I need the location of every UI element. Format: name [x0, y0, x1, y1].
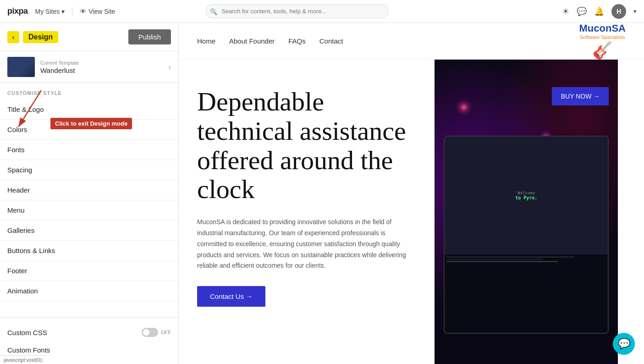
guitar-icon: 🎸 — [579, 41, 626, 60]
topbar-divider — [72, 7, 72, 16]
hero-title: Dependable technical assistance offered … — [197, 87, 416, 204]
nav-brand: MuconSA Software Specialists 🎸 — [579, 23, 626, 60]
pixpa-logo: pixpa — [7, 6, 28, 16]
sidebar-item-galleries[interactable]: Galleries — [0, 221, 178, 241]
brand-subtitle: Software Specialists — [579, 34, 626, 40]
template-section[interactable]: Current Template Wanderlust › — [0, 51, 178, 83]
design-label: Design — [23, 31, 58, 43]
sidebar-item-header[interactable]: Header — [0, 180, 178, 200]
bell-icon[interactable]: 🔔 — [594, 6, 604, 17]
nav-contact[interactable]: Contact — [319, 37, 343, 45]
main-layout: ‹ Design Publish Click to exit Design mo… — [0, 23, 644, 364]
nav-home[interactable]: Home — [197, 37, 215, 45]
my-sites-label: My Sites — [35, 8, 60, 15]
avatar[interactable]: H — [611, 4, 626, 19]
website-preview: Home About Founder FAQs Contact MuconSA … — [179, 23, 644, 364]
topbar: pixpa My Sites ▾ 👁 View Site 🔍 ☀ 💬 🔔 H ▾ — [0, 0, 644, 23]
contact-us-button[interactable]: Contact Us → — [197, 286, 265, 307]
search-bar: 🔍 — [205, 4, 389, 18]
template-info: Current Template Wanderlust — [40, 60, 163, 74]
sidebar-header: ‹ Design Publish — [0, 23, 178, 51]
brand-name: MuconSA — [579, 23, 626, 34]
hero-content: Dependable technical assistance offered … — [179, 60, 435, 364]
search-input[interactable] — [205, 4, 389, 18]
custom-css-toggle[interactable] — [142, 328, 158, 337]
custom-css-item[interactable]: Custom CSS OFF — [7, 323, 171, 342]
search-icon: 🔍 — [210, 8, 217, 15]
back-arrow-button[interactable]: ‹ — [7, 31, 19, 43]
current-template-label: Current Template — [40, 60, 163, 66]
custom-css-toggle-label: OFF — [161, 330, 171, 335]
view-site-button[interactable]: 👁 View Site — [80, 8, 115, 15]
nav-about-founder[interactable]: About Founder — [229, 37, 275, 45]
custom-css-label: Custom CSS — [7, 329, 47, 336]
hero-description: MuconSA is dedicated to providing innova… — [197, 217, 416, 271]
status-bar: javascript:void(0); — [0, 355, 47, 364]
site-nav: Home About Founder FAQs Contact MuconSA … — [179, 23, 644, 60]
status-text: javascript:void(0); — [4, 357, 43, 363]
template-arrow-icon: › — [168, 62, 171, 72]
my-sites-button[interactable]: My Sites ▾ — [35, 8, 65, 15]
sidebar: ‹ Design Publish Click to exit Design mo… — [0, 23, 179, 364]
topbar-right: ☀ 💬 🔔 H ▾ — [562, 4, 637, 19]
customise-style-label: CUSTOMISE STYLE — [0, 83, 178, 99]
publish-button[interactable]: Publish — [128, 29, 171, 44]
view-site-label: View Site — [88, 8, 115, 15]
design-title-wrap: ‹ Design — [7, 31, 58, 43]
nav-faqs[interactable]: FAQs — [288, 37, 306, 45]
template-thumbnail — [7, 57, 35, 77]
style-menu: Title & Logo Colors Fonts Spacing Header… — [0, 99, 178, 301]
chevron-down-icon-avatar[interactable]: ▾ — [633, 8, 637, 15]
sidebar-item-animation[interactable]: Animation — [0, 281, 178, 301]
eye-icon: 👁 — [80, 8, 86, 15]
hero-and-panel: Dependable technical assistance offered … — [179, 60, 644, 364]
chat-icon[interactable]: 💬 — [577, 6, 587, 17]
chevron-down-icon: ▾ — [61, 8, 65, 15]
template-name: Wanderlust — [40, 66, 163, 74]
sidebar-item-spacing[interactable]: Spacing — [0, 160, 178, 180]
light-dot-1 — [462, 105, 466, 109]
sidebar-item-title-logo[interactable]: Title & Logo — [0, 99, 178, 120]
nav-links: Home About Founder FAQs Contact — [197, 37, 343, 45]
custom-fonts-label: Custom Fonts — [7, 346, 50, 354]
hero-image-panel: Welcome to Pyro. BUY NOW → — [435, 60, 618, 364]
laptop-screen: Welcome to Pyro. — [444, 136, 609, 334]
sidebar-item-buttons-links[interactable]: Buttons & Links — [0, 241, 178, 261]
sidebar-item-fonts[interactable]: Fonts — [0, 140, 178, 160]
chat-bubble-icon: 💬 — [618, 338, 630, 350]
preview-area: Home About Founder FAQs Contact MuconSA … — [179, 23, 644, 364]
buy-now-button[interactable]: BUY NOW → — [552, 87, 609, 105]
sidebar-item-menu[interactable]: Menu — [0, 200, 178, 221]
sun-icon[interactable]: ☀ — [562, 6, 569, 17]
sidebar-item-footer[interactable]: Footer — [0, 261, 178, 281]
chat-bubble-button[interactable]: 💬 — [613, 333, 635, 355]
exit-design-tooltip: Click to exit Design mode — [50, 118, 132, 129]
